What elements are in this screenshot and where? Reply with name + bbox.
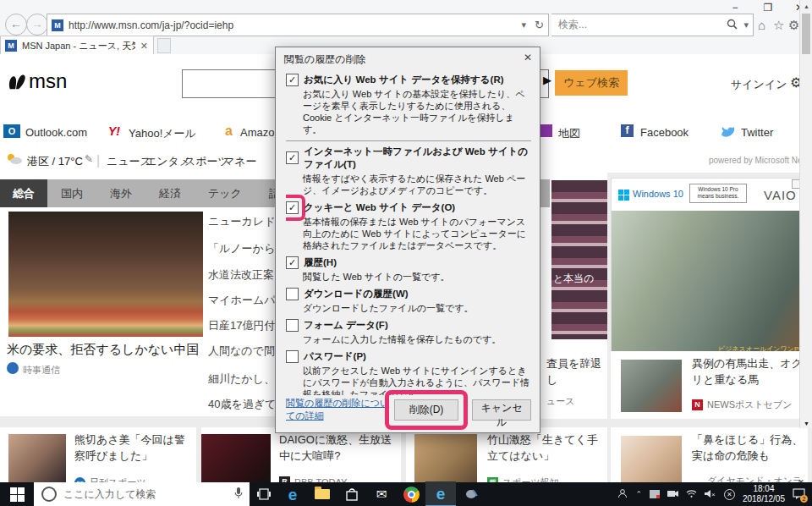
quick-link-facebook[interactable]: Facebook [640,126,689,139]
checkbox-preserve-favorites[interactable]: ✓ [286,74,299,86]
web-search-button[interactable]: ウェブ検索 [555,70,628,96]
windows10-label: Windows 10 [633,189,683,199]
window-minimize-button[interactable]: − [726,2,744,14]
edge-taskbar-icon[interactable]: e [278,482,307,506]
start-button[interactable] [0,482,34,506]
address-bar[interactable]: M http://www.msn.com/ja-jp/?ocid=iehp ▾ … [47,14,549,36]
tab-close-icon[interactable]: ✕ [135,41,153,52]
checkbox-temp-files[interactable]: ✓ [286,151,299,164]
people-icon[interactable] [617,488,628,500]
favorites-star-icon[interactable]: ☆ [773,19,784,32]
refresh-icon[interactable]: ↻ [530,19,548,31]
quick-link-yahoo-mail[interactable]: Yahoo!メール [129,126,196,141]
settings-gear-icon[interactable]: ⚙ [788,19,799,32]
mail-taskbar-icon[interactable]: ✉ [366,482,397,506]
taskbar-search-box[interactable]: ここに入力して検索 [34,482,250,506]
new-tab-button[interactable] [157,38,171,53]
tab-world[interactable]: 海外 [96,179,145,207]
task-view-button[interactable] [250,482,278,506]
card-title[interactable]: 異例の有馬出走、オグリと重なる馬 [692,356,804,388]
nav-sports[interactable]: スポーツ [184,154,229,169]
nav-news[interactable]: ニュース [107,154,151,169]
system-tray: ⌃ × ✕ 18:04 2018/12/05 2 [617,484,812,505]
home-icon[interactable]: ⌂ [758,19,765,32]
search-magnifier-icon[interactable] [725,19,739,32]
scrollbar-thumb[interactable] [802,14,810,54]
story-image-cake[interactable]: と本当の [551,180,607,339]
news-card[interactable]: 「鼻をほじる」行為、実は命の危険も D ダイヤモンド・オンライン ⌄ [611,427,808,482]
card-title[interactable]: 査員を辞退し [546,356,606,388]
checkbox-label: フォーム データ(F) [304,319,388,332]
ie-taskbar-icon-active[interactable]: e [425,481,456,506]
camera-tray-icon[interactable] [667,490,678,499]
sign-in-link[interactable]: サインイン [731,77,787,92]
quick-link-outlook[interactable]: Outlook.com [25,126,87,139]
search-dropdown-icon[interactable]: ▾ [739,19,753,30]
card-title[interactable]: DAIGOに激怒、生放送中に大喧嘩? [279,432,398,465]
card-title[interactable]: 「鼻をほじる」行為、実は命の危険も [692,432,804,465]
news-card[interactable]: DAIGOに激怒、生放送中に大喧嘩? R RBB TODAY [201,427,401,482]
scroll-up-arrow[interactable]: ▲ [800,0,812,9]
news-card[interactable]: 竹山激怒「生きてく手立てはない」 報 スポーツ報知 [406,427,607,482]
checkbox-history[interactable]: ✓ [286,256,299,269]
window-maximize-button[interactable]: ❐ [759,2,777,14]
tab-economy[interactable]: 経済 [145,179,195,207]
chrome-taskbar-icon[interactable] [397,482,425,506]
browser-search-box[interactable]: 検索... ▾ [551,14,754,36]
card-title[interactable]: 熊切あさ美「今回は警察呼びました」 [74,432,193,465]
option-form-data: フォーム データ(F) フォームに入力した情報を保存したものです。 [286,319,531,346]
weather-label[interactable]: 港区 / 17°C [27,154,83,169]
scroll-down-arrow[interactable]: ▼ [800,421,812,426]
card-title[interactable]: 竹山激怒「生きてく手立てはない」 [487,432,602,465]
svg-text:×: × [711,490,716,498]
checkbox-download-history[interactable] [286,288,299,300]
main-story-photo[interactable] [8,212,203,337]
browser-tab[interactable]: M MSN Japan - ニュース, 天気, メ... ✕ [0,36,154,55]
photos-tray-icon[interactable] [650,490,660,498]
microphone-icon[interactable] [234,487,250,502]
tray-expand-icon[interactable]: ⌃ [635,490,642,498]
wifi-icon[interactable] [686,489,697,499]
vertical-scrollbar[interactable]: ▲ ▼ [799,0,812,428]
url-text[interactable]: http://www.msn.com/ja-jp/?ocid=iehp [69,19,518,31]
quick-link-twitter[interactable]: Twitter [741,126,773,139]
tab-general[interactable]: 総合 [0,179,47,207]
tab-domestic[interactable]: 国内 [47,179,96,207]
checkbox-passwords[interactable] [286,350,299,363]
news-card[interactable]: 熊切あさ美「今回は警察呼びました」 ns 日刊スポーツ [0,427,196,482]
chevron-down-icon[interactable]: ⌄ [797,473,805,482]
back-button[interactable]: ← [5,14,27,36]
option-description: 以前アクセスした Web サイトにサインインするときにパスワードが自動入力される… [303,366,531,395]
delete-button[interactable]: 削除(D) [394,399,458,421]
eject-tray-icon[interactable]: ✕ [724,489,735,500]
forward-button[interactable]: → [26,14,48,36]
cancel-button[interactable]: キャンセル [472,399,531,421]
option-description: 閲覧した Web サイトの一覧です。 [303,272,531,283]
action-center-icon[interactable]: 2 [793,488,805,501]
store-taskbar-icon[interactable] [337,482,366,506]
volume-muted-icon[interactable]: × [705,489,716,500]
msn-logo-text[interactable]: msn [29,69,67,93]
browser-search-placeholder[interactable]: 検索... [551,18,725,32]
taskbar-clock[interactable]: 18:04 2018/12/05 [743,484,785,505]
facebook-icon: f [621,124,634,137]
nav-money[interactable]: マネー [223,154,257,169]
checkbox-cookies[interactable]: ✓ [286,201,299,214]
about-deleting-history-link[interactable]: 閲覧の履歴の削除についての詳細 [286,397,394,422]
divider: | [96,153,100,168]
file-explorer-taskbar-icon[interactable] [307,482,337,506]
card-thumbnail [621,436,682,482]
powered-by-label: powered by Microsoft New [709,156,809,165]
checkbox-form-data[interactable] [286,319,299,332]
app-taskbar-icon[interactable] [456,482,486,506]
url-dropdown-icon[interactable]: ▾ [518,19,531,30]
win10pro-line1: Windows 10 Pro [698,186,738,192]
weather-edit-icon[interactable]: ✎ [85,153,93,165]
main-story-title[interactable]: 米の要求、拒否するしかない中国 [7,342,199,358]
taskbar-search-placeholder[interactable]: ここに入力して検索 [63,487,234,502]
quick-link-maps[interactable]: 地図 [558,126,580,141]
news-card[interactable]: 異例の有馬出走、オグリと重なる馬 N NEWSポストセブン [611,351,808,419]
option-description: 情報をすばやく表示するために保存された Web ページ、イメージおよびメディアの… [303,173,531,197]
tab-tech[interactable]: テック [195,179,255,207]
dialog-close-icon[interactable]: ✕ [524,52,532,63]
